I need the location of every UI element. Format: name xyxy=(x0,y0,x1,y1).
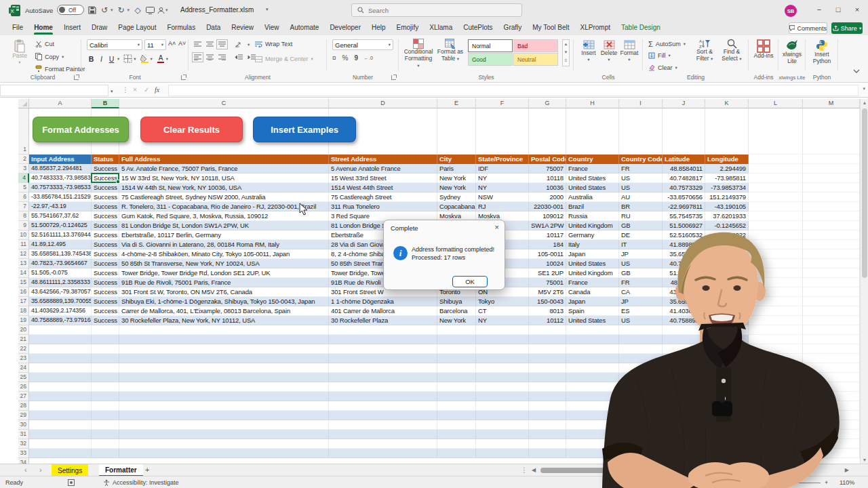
table-column-header[interactable]: Country xyxy=(566,155,619,164)
style-bad[interactable]: Bad xyxy=(513,39,558,52)
tab-insert[interactable]: Insert xyxy=(58,21,86,35)
font-color-icon[interactable]: A xyxy=(157,54,165,63)
cell[interactable] xyxy=(437,392,476,401)
cell[interactable] xyxy=(803,192,860,202)
sort-filter-button[interactable]: AZ Sort & Filter ▾ xyxy=(692,39,717,62)
cell[interactable]: NSW xyxy=(476,192,529,202)
cell[interactable]: NY xyxy=(476,316,529,325)
merge-center-button[interactable]: Merge & Center ▾ xyxy=(255,56,313,62)
minimize-button[interactable]: − xyxy=(813,5,825,14)
cell[interactable]: -33.856784,151.215297 xyxy=(29,192,92,202)
cell[interactable] xyxy=(329,439,437,449)
column-header-H[interactable]: H xyxy=(566,99,619,108)
cell[interactable]: 1 1-chōme Dōgenzaka xyxy=(329,297,437,306)
cell[interactable]: RU xyxy=(619,211,663,221)
sheet-tab-formatter[interactable]: Formatter xyxy=(99,464,143,476)
cell[interactable] xyxy=(437,335,476,344)
cell[interactable] xyxy=(476,363,529,373)
accessibility-icon[interactable] xyxy=(103,479,110,486)
redo-icon[interactable]: ↻ xyxy=(116,5,127,15)
dialog-close-icon[interactable]: × xyxy=(495,223,499,231)
table-column-header[interactable]: Country Code xyxy=(619,155,663,164)
cell[interactable] xyxy=(749,174,803,183)
row-header-16[interactable]: 16 xyxy=(18,287,29,297)
accounting-format-icon[interactable]: ¤ xyxy=(332,54,336,62)
insert-python-button[interactable]: Insert Python xyxy=(810,39,834,65)
cell[interactable]: Tokyo xyxy=(476,297,529,306)
next-sheet-icon[interactable]: › xyxy=(39,466,42,474)
cell[interactable] xyxy=(329,363,437,373)
row-header-5[interactable]: 5 xyxy=(18,183,29,192)
qat-customize-icon[interactable]: ▾ xyxy=(165,7,168,13)
cell[interactable]: BR xyxy=(619,202,663,211)
cell[interactable] xyxy=(803,155,860,164)
cell[interactable]: Success xyxy=(92,230,119,240)
cell[interactable]: 8013 xyxy=(529,306,566,316)
cell[interactable] xyxy=(476,325,529,335)
cell[interactable]: Via di S. Giovanni in Laterano, 28, 0018… xyxy=(119,240,329,249)
cell[interactable] xyxy=(529,439,566,449)
wrap-text-button[interactable]: Wrap Text xyxy=(255,41,292,47)
cell[interactable]: 75001 xyxy=(529,278,566,287)
style-normal[interactable]: Normal xyxy=(468,39,513,52)
collapse-ribbon-icon[interactable] xyxy=(853,69,860,74)
macro-record-icon[interactable] xyxy=(68,479,75,486)
number-dialog-launcher[interactable] xyxy=(391,75,396,80)
tab-grafly[interactable]: Grafly xyxy=(498,21,528,35)
cell[interactable]: New York xyxy=(437,174,476,183)
comma-style-icon[interactable]: 9 xyxy=(354,54,358,62)
cell[interactable] xyxy=(476,449,529,458)
cell[interactable]: 91B Rue de Rivoli, 75001 Paris, France xyxy=(119,278,329,287)
cell[interactable]: 30 Rockefeller Plaza, New York, NY 10112… xyxy=(119,316,329,325)
selected-cell[interactable] xyxy=(91,173,119,183)
cell[interactable]: Shibuya xyxy=(437,297,476,306)
tab-draw[interactable]: Draw xyxy=(86,21,113,35)
styles-gallery-scroll[interactable]: ▲▼≡ xyxy=(562,39,570,66)
cell[interactable] xyxy=(476,420,529,430)
cell[interactable] xyxy=(749,164,803,174)
cell[interactable]: Success xyxy=(92,211,119,221)
tab-automate[interactable]: Automate xyxy=(285,21,325,35)
cell[interactable]: 15 W 33rd St, New York, NY 10118, USA xyxy=(119,174,329,183)
cell[interactable]: 2.294499 xyxy=(705,164,749,174)
cell[interactable] xyxy=(29,430,92,439)
cell[interactable]: 311 Rua Tonelero xyxy=(329,202,437,211)
cancel-formula-icon[interactable]: × xyxy=(133,86,137,94)
prev-sheet-icon[interactable]: ‹ xyxy=(24,466,27,474)
cell[interactable] xyxy=(92,344,119,354)
cell[interactable]: -43.190105 xyxy=(705,202,749,211)
cell[interactable]: 40.7482817 xyxy=(663,174,705,183)
cell[interactable] xyxy=(329,420,437,430)
italic-button[interactable]: I xyxy=(97,55,106,63)
cell[interactable] xyxy=(476,430,529,439)
cell[interactable]: Success xyxy=(92,297,119,306)
cell[interactable] xyxy=(437,411,476,420)
cell[interactable] xyxy=(749,202,803,211)
accessibility-status[interactable]: Accessibility: Investigate xyxy=(113,479,179,486)
cell[interactable]: 40.7573329 xyxy=(663,183,705,192)
cell[interactable]: Success xyxy=(92,164,119,174)
cell[interactable]: 301 Front St W, Toronto, ON M5V 2T6, Can… xyxy=(119,287,329,297)
avatar[interactable]: SB xyxy=(785,5,797,17)
cell[interactable]: 35.658581,139.745438 xyxy=(29,249,92,259)
cell[interactable] xyxy=(92,363,119,373)
cell[interactable]: US xyxy=(619,183,663,192)
cell[interactable]: 184 xyxy=(529,240,566,249)
cell[interactable]: Russia xyxy=(566,211,619,221)
cell[interactable]: Success xyxy=(92,221,119,230)
cell[interactable] xyxy=(437,449,476,458)
column-header-G[interactable]: G xyxy=(529,99,566,108)
cell[interactable]: Copacabana xyxy=(437,202,476,211)
row-header-30[interactable]: 30 xyxy=(18,420,29,430)
cell[interactable] xyxy=(29,335,92,344)
cell[interactable] xyxy=(437,420,476,430)
cell[interactable] xyxy=(476,344,529,354)
bold-button[interactable]: B xyxy=(87,55,96,63)
gallery-down-icon[interactable]: ▼ xyxy=(564,50,568,54)
cell[interactable] xyxy=(749,192,803,202)
cell[interactable]: Success xyxy=(92,249,119,259)
fill-color-dropdown-icon[interactable]: ▾ xyxy=(151,56,153,62)
cell[interactable]: 37.6201933 xyxy=(705,211,749,221)
cell[interactable] xyxy=(749,155,803,164)
cell[interactable] xyxy=(92,382,119,392)
